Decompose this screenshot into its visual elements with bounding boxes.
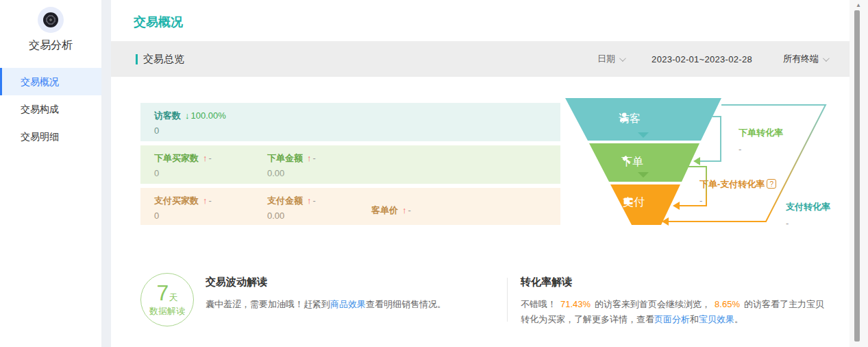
stat-label: 下单买家数 [154,153,199,163]
product-effect-link[interactable]: 商品效果 [330,299,366,309]
scrollbar-thumb[interactable] [854,10,860,342]
insight-divider [507,278,508,322]
pay-stat-row: 支付买家数↑- 0 支付金额↑- 0.00 客单价↑- [140,188,560,225]
stat-label: 下单金额 [267,153,303,163]
trade-fluctuation-insight: 交易波动解读 囊中羞涩，需要加油哦！赶紧到商品效果查看明细销售情况。 [206,276,500,312]
percent-highlight: 71.43% [560,299,591,309]
order-stat-row: 下单买家数↑- 0 下单金额↑- 0.00 [140,145,560,184]
conversion-order-rate: 下单转化率 - [739,127,783,154]
trend-up-icon: ↑ [402,205,407,215]
logo-lens-icon [43,12,58,27]
badge-number: 7 [157,280,169,305]
insight-text-before: 囊中羞涩，需要加油哦！赶紧到 [206,299,330,309]
insight-seg: 和 [690,314,699,324]
sidebar-item-trade-overview[interactable]: 交易概况 [0,68,101,95]
stat-card-pay-amount: 支付金额↑- 0.00 [267,195,316,221]
trend-down-icon: ↓ [185,110,190,121]
stat-card-per-customer: 客单价↑- [371,204,411,217]
content-area: 访客数↓100.00% 0 下单买家数↑- 0 下单金额↑- 0.00 支付买家… [111,77,850,347]
insight-title: 转化率解读 [521,276,826,289]
badge-caption: 数据解读 [141,305,193,318]
stat-label: 支付买家数 [154,195,199,206]
person-icon [619,112,630,123]
insight-text-after: 查看明细销售情况。 [366,299,446,309]
stat-label: 支付金额 [267,195,303,206]
stat-card-order-buyers: 下单买家数↑- 0 [154,152,212,178]
conversion-label: 下单-支付转化率 [699,179,765,189]
stat-card-pay-buyers: 支付买家数↑- 0 [154,195,212,221]
badge-unit: 天 [169,292,177,302]
title-accent-bar [136,54,138,64]
stat-label: 客单价 [371,205,398,215]
stat-change: - [209,195,212,206]
insight-seg: 不错哦！ [521,299,556,309]
insight-title: 交易波动解读 [206,276,500,289]
stat-value: 0 [154,168,212,178]
conversion-value: - [699,195,776,206]
funnel-stage-pay: 支付 [623,195,645,210]
conversion-pay-rate: 支付转化率 - [786,201,830,228]
trend-up-icon: ↑ [203,195,208,206]
insight-text: 不错哦！71.43%的访客来到首页会继续浏览，8.65%的访客看了主力宝贝转化为… [521,297,826,327]
conversion-funnel-chart: 访客 下单 支付 下单转化率 - 下单-支付转化率? - 支付转化率 - [565,98,850,239]
stat-change: - [313,195,316,206]
conversion-label: 支付转化率 [786,202,830,212]
toolbar-filters: 日期 2023-02-01~2023-02-28 所有终端 [597,53,828,65]
section-title: 交易总览 [136,53,184,66]
stat-change: - [313,153,316,163]
date-range-value[interactable]: 2023-02-01~2023-02-28 [652,54,752,64]
conversion-label: 下单转化率 [739,128,783,138]
sidebar-item-trade-detail[interactable]: 交易明细 [0,123,101,150]
stat-card-order-amount: 下单金额↑- 0.00 [267,152,316,178]
funnel-stage-order: 下单 [621,155,643,169]
section-toolbar: 交易总览 日期 2023-02-01~2023-02-28 所有终端 [111,41,850,77]
stat-change: - [408,205,411,215]
terminal-filter-dropdown[interactable]: 所有终端 [783,53,819,65]
conversion-rate-insight: 转化率解读 不错哦！71.43%的访客来到首页会继续浏览，8.65%的访客看了主… [521,276,826,327]
section-title-text: 交易总览 [143,53,184,66]
item-effect-link[interactable]: 宝贝效果 [699,314,734,324]
conversion-value: - [739,144,783,154]
chevron-down-icon[interactable] [823,55,830,62]
app-logo-icon [38,7,64,33]
stat-value: 0 [154,125,226,136]
main-panel: 交易概况 交易总览 日期 2023-02-01~2023-02-28 所有终端 … [111,0,850,347]
conversion-order-pay-rate: 下单-支付转化率? - [699,178,776,206]
page-header: 交易概况 [111,0,850,41]
sidebar-menu: 交易概况 交易构成 交易明细 [0,68,101,150]
sidebar: 交易分析 交易概况 交易构成 交易明细 [0,0,101,347]
help-icon[interactable]: ? [767,179,776,189]
visitor-stat-row: 访客数↓100.00% 0 [140,103,560,141]
date-filter-dropdown[interactable]: 日期 [597,53,615,65]
stat-value: 0.00 [267,168,316,178]
sidebar-item-trade-composition[interactable]: 交易构成 [0,95,101,123]
page-analysis-link[interactable]: 页面分析 [654,314,690,324]
stat-card-visitors: 访客数↓100.00% 0 [154,110,226,136]
vertical-scrollbar[interactable]: ▲ [850,0,868,347]
wallet-icon [623,195,634,206]
funnel-stage-visitor: 访客 [619,112,641,126]
stat-change: 100.00% [191,110,226,121]
trend-up-icon: ↑ [307,153,312,163]
trend-up-icon: ↑ [307,195,312,206]
seven-day-badge: 7天 数据解读 [140,273,194,326]
stat-value: 0 [154,211,212,221]
conversion-value: - [786,218,830,228]
gavel-icon [621,155,632,166]
trend-up-icon: ↑ [203,153,208,163]
percent-highlight: 8.65% [715,299,740,309]
insight-text: 囊中羞涩，需要加油哦！赶紧到商品效果查看明细销售情况。 [206,297,500,312]
insight-seg: 。 [734,314,743,324]
chevron-down-icon[interactable] [619,55,626,62]
insight-seg: 的访客来到首页会继续浏览， [595,299,710,309]
sidebar-title: 交易分析 [0,38,101,53]
page-title: 交易概况 [134,14,850,30]
stat-change: - [209,153,212,163]
stat-value: 0.00 [267,211,316,221]
stat-label: 访客数 [154,110,181,121]
scroll-up-icon[interactable]: ▲ [856,2,861,8]
